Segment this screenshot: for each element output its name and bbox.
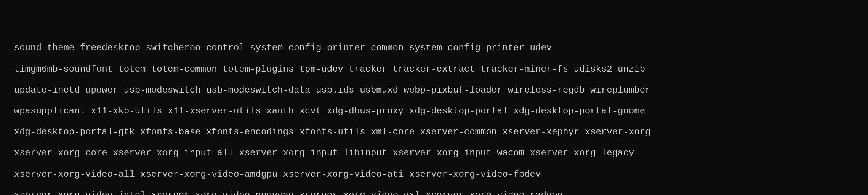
package-list-line: sound-theme-freedesktop switcheroo-contr… xyxy=(3,43,865,53)
package-list-line: xserver-xorg-video-intel xserver-xorg-vi… xyxy=(3,190,865,195)
package-list-line: wpasupplicant x11-xkb-utils x11-xserver-… xyxy=(3,106,865,117)
package-list-line: xserver-xorg-video-all xserver-xorg-vide… xyxy=(3,169,865,180)
package-list-line: xserver-xorg-core xserver-xorg-input-all… xyxy=(3,148,865,158)
package-list-line: xdg-desktop-portal-gtk xfonts-base xfont… xyxy=(3,127,865,137)
package-list-line: timgm6mb-soundfont totem totem-common to… xyxy=(3,64,865,75)
package-list-line: update-inetd upower usb-modeswitch usb-m… xyxy=(3,85,865,96)
